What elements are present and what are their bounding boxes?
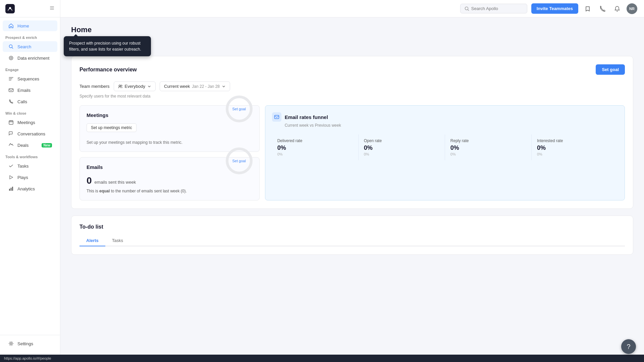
todo-tab-tasks[interactable]: Tasks: [105, 235, 130, 246]
svg-rect-9: [9, 189, 10, 191]
sidebar-bottom: Settings: [0, 335, 60, 352]
meetings-card: Meetings Set up meetings metric Set up y…: [79, 105, 260, 152]
comparison-suffix: to the number of emails sent last week (…: [111, 189, 187, 193]
search-icon: [465, 6, 469, 11]
team-members-label: Team members: [79, 84, 110, 89]
todo-tabs: Alerts Tasks: [79, 235, 625, 246]
sidebar-item-data-enrichment[interactable]: Data enrichment: [3, 53, 57, 63]
svg-rect-11: [12, 187, 13, 191]
funnel-email-icon: [272, 112, 281, 122]
svg-rect-7: [9, 89, 13, 92]
deals-icon: [8, 142, 14, 148]
left-metrics: Meetings Set up meetings metric Set up y…: [79, 105, 260, 200]
sidebar-deals-label: Deals: [17, 143, 29, 148]
team-dropdown[interactable]: Everybody: [114, 81, 156, 91]
sidebar-home-label: Home: [17, 23, 29, 28]
conversations-icon: [8, 131, 14, 137]
sidebar: Home Prospect & enrich Search: [0, 17, 60, 355]
enrichment-icon: [8, 55, 14, 61]
emails-card-title: Emails: [87, 164, 226, 170]
sidebar-item-tasks[interactable]: Tasks: [3, 161, 57, 171]
main-content: Prospect with precision using our robust…: [60, 17, 644, 355]
notifications-icon[interactable]: [612, 3, 623, 14]
open-rate-label: Open rate: [364, 138, 439, 143]
phone-icon[interactable]: [597, 3, 608, 14]
collapse-sidebar-button[interactable]: [49, 5, 55, 12]
settings-icon: [8, 341, 14, 347]
sidebar-item-sequences[interactable]: Sequences: [3, 73, 57, 84]
help-button[interactable]: ?: [621, 339, 636, 354]
search-bar[interactable]: [460, 4, 527, 13]
sequences-icon: [8, 76, 14, 82]
emails-count: 0: [87, 175, 92, 186]
sidebar-plays-label: Plays: [17, 175, 28, 180]
period-chevron-icon: [222, 84, 226, 88]
analytics-icon: [8, 186, 14, 192]
svg-point-18: [121, 85, 122, 86]
sidebar-analytics-label: Analytics: [17, 186, 35, 191]
interested-rate-change: 0%: [537, 152, 612, 156]
open-rate-change: 0%: [364, 152, 439, 156]
svg-point-17: [119, 85, 120, 86]
period-dropdown[interactable]: Current week Jan 22 - Jan 28: [160, 81, 230, 91]
reply-rate-value: 0%: [450, 144, 526, 152]
set-goal-button[interactable]: Set goal: [596, 64, 625, 75]
tasks-icon: [8, 163, 14, 169]
status-url: https://app.apollo.io/#/people: [4, 356, 51, 360]
interested-rate-metric: Interested rate 0% 0%: [532, 134, 618, 160]
card-header: Performance overview Set goal: [79, 64, 625, 75]
svg-rect-1: [50, 6, 54, 7]
performance-title: Performance overview: [79, 67, 137, 73]
delivered-rate-label: Delivered rate: [277, 138, 353, 143]
sidebar-item-analytics[interactable]: Analytics: [3, 183, 57, 194]
sidebar-item-conversations[interactable]: Conversations: [3, 128, 57, 139]
section-label-engage: Engage: [0, 64, 60, 73]
interested-rate-label: Interested rate: [537, 138, 612, 143]
sidebar-item-home[interactable]: Home: [3, 20, 57, 31]
emails-icon: [8, 87, 14, 93]
sidebar-enrichment-label: Data enrichment: [17, 56, 49, 61]
sidebar-item-meetings[interactable]: Meetings: [3, 117, 57, 128]
sidebar-search-label: Search: [17, 44, 31, 49]
plays-icon: [8, 174, 14, 180]
avatar[interactable]: NR: [627, 3, 637, 14]
reply-rate-metric: Reply rate 0% 0%: [445, 134, 532, 160]
sidebar-item-search[interactable]: Search: [3, 41, 57, 52]
search-input[interactable]: [471, 6, 518, 11]
metrics-grid: Meetings Set up meetings metric Set up y…: [79, 105, 625, 200]
funnel-metrics: Delivered rate 0% 0% Open rate 0% 0% Rep…: [272, 134, 618, 160]
app-logo[interactable]: [5, 4, 15, 13]
topbar: Invite Teammates NR: [60, 0, 644, 17]
emails-comparison: This is equal to the number of emails se…: [87, 189, 226, 193]
svg-rect-10: [11, 188, 12, 191]
sidebar-item-deals[interactable]: Deals New: [3, 140, 57, 150]
meetings-hint: Set up your meetings set mapping to trac…: [87, 140, 182, 145]
todo-tab-alerts[interactable]: Alerts: [79, 235, 105, 246]
search-nav-icon: [8, 44, 14, 50]
home-icon: [8, 23, 14, 29]
section-label-prospect: Prospect & enrich: [0, 32, 60, 41]
meetings-set-goal-link[interactable]: Set goal: [232, 107, 246, 111]
performance-overview-card: Performance overview Set goal Team membe…: [71, 56, 633, 209]
team-chevron-icon: [147, 84, 151, 88]
setup-meetings-button[interactable]: Set up meetings metric: [87, 123, 137, 132]
logo-area: [0, 0, 60, 17]
sidebar-item-calls[interactable]: Calls: [3, 96, 57, 107]
invite-teammates-button[interactable]: Invite Teammates: [531, 3, 578, 14]
sidebar-emails-label: Emails: [17, 88, 31, 93]
sidebar-settings-label: Settings: [17, 341, 33, 346]
open-rate-value: 0%: [364, 144, 439, 152]
funnel-header: Email rates funnel: [272, 112, 618, 122]
emails-set-goal-link[interactable]: Set goal: [232, 159, 246, 163]
section-label-tools: Tools & workflows: [0, 151, 60, 160]
sidebar-item-plays[interactable]: Plays: [3, 172, 57, 183]
sidebar-item-settings[interactable]: Settings: [3, 338, 57, 349]
bookmark-icon[interactable]: [582, 3, 593, 14]
sidebar-item-emails[interactable]: Emails: [3, 85, 57, 96]
funnel-subtitle: Current week vs Previous week: [285, 123, 618, 128]
delivered-rate-change: 0%: [277, 152, 353, 156]
period-dates: Jan 22 - Jan 28: [192, 84, 220, 89]
deals-new-badge: New: [42, 143, 52, 147]
comparison-bold: equal: [99, 189, 110, 193]
delivered-rate-metric: Delivered rate 0% 0%: [272, 134, 359, 160]
